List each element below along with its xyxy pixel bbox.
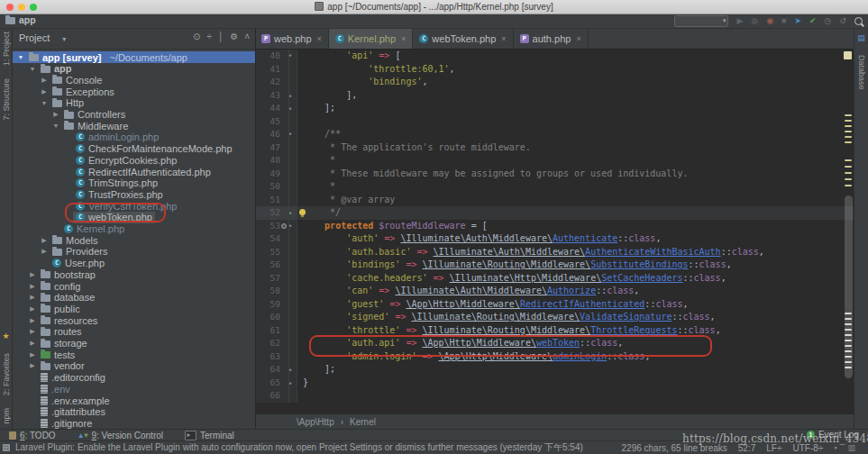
hide-icon[interactable]: ˄ <box>244 32 250 41</box>
line-separator-widget[interactable]: LF÷ <box>766 443 781 453</box>
fold-marker-icon[interactable]: ▴ <box>285 102 296 115</box>
tree-item-app-survey-[interactable]: ▼app [survey]~/Documents/app <box>12 51 255 63</box>
event-log-button[interactable]: 1 Event Log <box>807 430 859 440</box>
gutter-cell[interactable]: 66 <box>255 389 297 403</box>
editor-tab-auth-php[interactable]: Pauth.php× <box>514 28 589 49</box>
tool-window-button-7-structure[interactable]: 7: Structure <box>2 78 11 121</box>
tree-item-config[interactable]: ▶config <box>12 280 255 292</box>
intention-bulb-icon[interactable] <box>299 209 306 215</box>
chevron-collapsed-icon[interactable]: ▶ <box>27 317 38 324</box>
history-icon[interactable]: ◷ <box>825 15 832 26</box>
tree-item-verifycsrftoken.php[interactable]: CVerifyCsrfToken.php <box>12 200 255 212</box>
gutter-cell[interactable]: 59 <box>255 298 297 312</box>
tree-item-trustproxies.php[interactable]: CTrustProxies.php <box>12 188 255 200</box>
fold-marker-icon[interactable]: ▴ <box>285 363 296 377</box>
fold-marker-icon[interactable]: ▴ <box>285 206 296 220</box>
tab-close-icon[interactable]: × <box>317 34 322 43</box>
tab-close-icon[interactable]: × <box>401 34 406 43</box>
tree-item-.gitignore[interactable]: .gitignore <box>12 417 255 429</box>
project-view-selector[interactable]: Project▾ <box>19 32 66 43</box>
tab-close-icon[interactable]: × <box>576 34 580 43</box>
tree-item-app[interactable]: ▼app <box>12 63 255 75</box>
breadcrumb[interactable]: app <box>5 14 36 25</box>
gutter-cell[interactable]: 61 <box>255 324 297 338</box>
tree-item-database[interactable]: ▶database <box>12 292 255 304</box>
tree-item-encryptcookies.php[interactable]: CEncryptCookies.php <box>12 154 255 166</box>
editor-tab-webtoken-php[interactable]: CwebToken.php× <box>413 28 513 49</box>
gutter-cell[interactable]: 60 <box>255 311 297 324</box>
tree-item-controllers[interactable]: ▶Controllers <box>12 109 255 121</box>
locate-icon[interactable]: ⊙ <box>193 32 200 41</box>
gutter-cell[interactable]: 57 <box>255 272 297 286</box>
gutter-cell[interactable]: 54 <box>255 232 297 246</box>
tree-item-trimstrings.php[interactable]: CTrimStrings.php <box>12 177 255 189</box>
tree-item-models[interactable]: ▶Models <box>12 234 255 246</box>
fold-marker-icon[interactable]: ▾ <box>285 128 296 141</box>
chevron-collapsed-icon[interactable]: ▶ <box>27 271 38 278</box>
gear-icon[interactable]: ⚙ <box>230 32 238 41</box>
readonly-lock-icon[interactable]: ▪ <box>834 443 836 452</box>
chevron-collapsed-icon[interactable]: ▶ <box>39 237 50 244</box>
rollback-icon[interactable]: ↺ <box>839 15 846 26</box>
run-icon[interactable]: ▶ <box>736 15 743 26</box>
gutter-cell[interactable]: 51 <box>255 194 297 207</box>
tool-window-button-todo[interactable]: 6: TODO <box>9 431 56 440</box>
stop-icon[interactable]: ■ <box>781 15 786 26</box>
tree-item-http[interactable]: ▼Http <box>12 97 255 109</box>
tree-item-webtoken.php[interactable]: CwebToken.php <box>12 212 255 223</box>
caret-position[interactable]: 52:7 <box>738 443 755 453</box>
gutter-cell[interactable]: 56 <box>255 259 297 272</box>
tree-item-exceptions[interactable]: ▶Exceptions <box>12 86 255 97</box>
encoding-widget[interactable]: UTF-8÷ <box>792 443 823 453</box>
gutter-cell[interactable]: 47 <box>255 141 297 155</box>
nav-path-item[interactable]: app <box>19 14 36 25</box>
collapse-icon[interactable]: ÷ <box>206 32 212 41</box>
gutter-cell[interactable]: 65▴ <box>255 377 297 390</box>
tool-window-button-2-favorites[interactable]: 2: Favorites <box>2 353 11 395</box>
upload-icon[interactable]: ➤ <box>795 15 802 26</box>
tree-item-.gitattributes[interactable]: .gitattributes <box>12 406 255 418</box>
tree-item-vendor[interactable]: ▶vendor <box>12 360 255 372</box>
coverage-icon[interactable]: ◉ <box>766 15 773 26</box>
chevron-collapsed-icon[interactable]: ▶ <box>39 88 50 95</box>
tree-item-.env.example[interactable]: .env.example <box>12 395 255 406</box>
run-config-select[interactable]: ▾ <box>674 15 728 27</box>
tree-item-redirectifauthenticated.php[interactable]: CRedirectIfAuthenticated.php <box>12 166 255 177</box>
editor-scrollbar[interactable] <box>842 50 854 414</box>
chevron-collapsed-icon[interactable]: ▶ <box>27 362 38 369</box>
tree-item-bootstrap[interactable]: ▶bootstrap <box>12 268 255 280</box>
status-message[interactable]: Laravel Plugin: Enable the Laravel Plugi… <box>15 441 583 454</box>
tool-window-button-version-control[interactable]: ▲▼9: Version Control <box>78 431 163 440</box>
tree-item-.env[interactable]: .env <box>12 383 255 395</box>
inspection-status-icon[interactable] <box>844 51 852 59</box>
tree-item-kernel.php[interactable]: CKernel.php <box>12 223 255 235</box>
fold-marker-icon[interactable]: ▴ <box>285 89 296 103</box>
tree-item-routes[interactable]: ▶routes <box>12 326 255 338</box>
gutter-cell[interactable]: 44▴ <box>255 102 297 115</box>
tool-window-button-terminal[interactable]: >Terminal <box>185 431 234 440</box>
tree-item-tests[interactable]: ▶tests <box>12 349 255 360</box>
gutter-cell[interactable]: 53▾ <box>255 220 297 233</box>
tree-item-adminlogin.php[interactable]: CadminLogin.php <box>12 132 255 143</box>
gutter-cell[interactable]: 50 <box>255 180 297 194</box>
tool-window-toggle-icon[interactable] <box>3 444 10 451</box>
tree-item-providers[interactable]: ▶Providers <box>12 246 255 258</box>
gutter-cell[interactable]: 46▾ <box>255 128 297 141</box>
chevron-collapsed-icon[interactable]: ▶ <box>27 294 38 301</box>
gutter-cell[interactable]: 64▴ <box>255 363 297 377</box>
fold-marker-icon[interactable]: ▾ <box>285 50 296 63</box>
scrollbar-thumb[interactable] <box>845 195 853 378</box>
fold-marker-icon[interactable]: ▴ <box>285 377 296 390</box>
chevron-expanded-icon[interactable]: ▼ <box>39 100 50 106</box>
tool-window-button-npm[interactable]: npm <box>2 408 11 424</box>
gutter-cell[interactable]: 45 <box>255 115 297 129</box>
gutter-cell[interactable]: 42 <box>255 76 297 89</box>
chevron-collapsed-icon[interactable]: ▶ <box>27 351 38 359</box>
profile-icon[interactable]: ◍ <box>751 15 758 26</box>
tab-close-icon[interactable]: × <box>501 34 506 43</box>
gutter-cell[interactable]: 58 <box>255 285 297 298</box>
breadcrumb-item[interactable]: Kernel <box>350 417 376 427</box>
tool-window-button-database[interactable]: Database <box>857 55 866 90</box>
chevron-collapsed-icon[interactable]: ▶ <box>50 111 61 118</box>
gutter-cell[interactable]: 41 <box>255 63 297 77</box>
